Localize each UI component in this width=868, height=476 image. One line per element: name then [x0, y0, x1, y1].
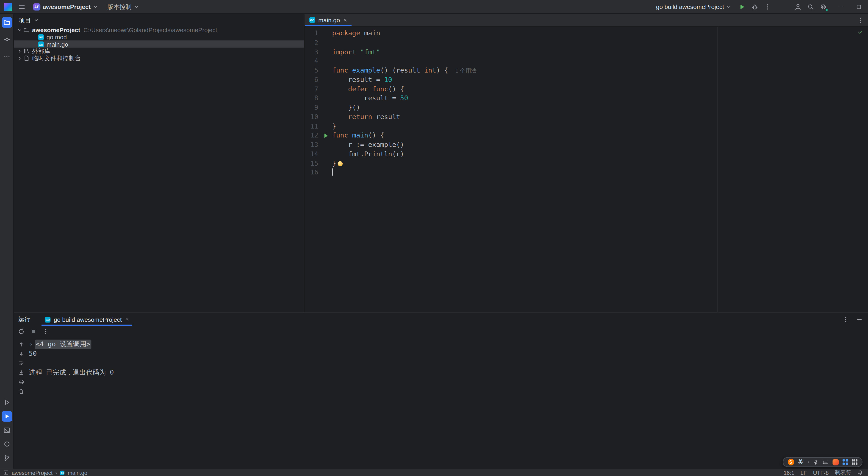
- breadcrumb-file[interactable]: main.go: [68, 470, 87, 476]
- code-line-14[interactable]: fmt.Println(r): [332, 149, 868, 158]
- intention-bulb-icon[interactable]: [338, 161, 343, 166]
- minimize-icon[interactable]: [837, 3, 845, 10]
- tree-item-临时文件和控制台[interactable]: 临时文件和控制台: [14, 55, 304, 62]
- gutter-line[interactable]: 1: [305, 29, 332, 38]
- gutter-line[interactable]: 10: [305, 112, 332, 121]
- mic-icon[interactable]: [813, 459, 819, 465]
- tree-item-awesomeProject[interactable]: awesomeProjectC:\Users\meowr\GolandProje…: [14, 27, 304, 34]
- code-line-15[interactable]: }: [332, 159, 868, 168]
- tree-item-外部库[interactable]: 外部库: [14, 48, 304, 55]
- code-line-4[interactable]: [332, 57, 868, 66]
- code-line-1[interactable]: package main: [332, 29, 868, 38]
- ime-language[interactable]: 英: [798, 458, 804, 466]
- gutter-line[interactable]: 16: [305, 168, 332, 177]
- services-icon[interactable]: [1, 397, 12, 408]
- rerun-icon[interactable]: [18, 328, 25, 335]
- gutter-line[interactable]: 3: [305, 47, 332, 56]
- more-tools-icon[interactable]: [1, 52, 12, 62]
- sogou-logo[interactable]: S: [787, 459, 794, 466]
- keyboard-icon[interactable]: [823, 459, 829, 465]
- tab-go-build[interactable]: GO go build awesomeProject: [40, 313, 133, 326]
- gutter-line[interactable]: 11: [305, 122, 332, 131]
- project-tool-icon[interactable]: [1, 17, 12, 28]
- code-line-16[interactable]: [332, 168, 868, 177]
- code-line-11[interactable]: }: [332, 122, 868, 131]
- tool-windows-icon[interactable]: [3, 470, 9, 475]
- more-icon[interactable]: [764, 3, 771, 10]
- print-icon[interactable]: [18, 379, 25, 385]
- run-config-selector[interactable]: go build awesomeProject: [654, 2, 733, 11]
- file-encoding[interactable]: UTF-8: [813, 470, 829, 476]
- apps-grid-icon[interactable]: [842, 459, 848, 465]
- softwrap-icon[interactable]: [18, 360, 25, 366]
- more-icon[interactable]: [842, 316, 849, 323]
- chevron-right-icon[interactable]: [17, 48, 23, 54]
- code-line-3[interactable]: import "fmt": [332, 47, 868, 56]
- tree-item-go.mod[interactable]: GOgo.mod: [14, 33, 304, 41]
- commit-tool-icon[interactable]: [1, 34, 12, 45]
- close-icon[interactable]: [343, 18, 348, 23]
- line-separator[interactable]: LF: [800, 470, 807, 476]
- breadcrumb-project[interactable]: awesomeProject: [12, 470, 53, 476]
- gutter-line[interactable]: 5: [305, 66, 332, 75]
- code-line-2[interactable]: [332, 38, 868, 47]
- close-icon[interactable]: [125, 317, 130, 322]
- usages-inlay-hint[interactable]: 1 个用法: [456, 67, 477, 74]
- gutter-line[interactable]: 15: [305, 159, 332, 168]
- folded-text[interactable]: <4 go 设置调用>: [35, 340, 92, 349]
- code-area[interactable]: package mainimport "fmt"func example() (…: [332, 27, 868, 313]
- code-line-9[interactable]: }(): [332, 103, 868, 112]
- chevron-down-icon[interactable]: [17, 27, 23, 33]
- scroll-end-icon[interactable]: [18, 369, 25, 376]
- gutter-line[interactable]: 9: [305, 103, 332, 112]
- problems-icon[interactable]: [1, 439, 12, 449]
- gutter-line[interactable]: 13: [305, 140, 332, 149]
- code-line-7[interactable]: defer func() {: [332, 85, 868, 94]
- menu-icon[interactable]: [18, 3, 26, 10]
- code-line-12[interactable]: func main() {: [332, 131, 868, 140]
- search-icon[interactable]: [807, 3, 814, 10]
- editor-body[interactable]: 12345678910111213141516 package mainimpo…: [305, 27, 868, 313]
- code-line-10[interactable]: return result: [332, 112, 868, 121]
- project-panel-header[interactable]: 项目: [14, 14, 304, 27]
- code-line-8[interactable]: result = 50: [332, 94, 868, 103]
- tree-item-main.go[interactable]: GOmain.go: [14, 41, 304, 48]
- vcs-branch-icon[interactable]: [1, 453, 12, 463]
- fold-expand-icon[interactable]: ›: [29, 340, 33, 349]
- gutter-line[interactable]: 14: [305, 149, 332, 158]
- run-line-icon[interactable]: [318, 133, 332, 138]
- run-icon[interactable]: [738, 3, 746, 10]
- debug-icon[interactable]: [751, 3, 758, 10]
- hide-panel-icon[interactable]: [856, 316, 863, 323]
- tab-main-go[interactable]: GO main.go: [305, 14, 352, 26]
- indent-style[interactable]: 制表符: [835, 469, 851, 476]
- settings-icon[interactable]: [820, 3, 827, 10]
- clear-icon[interactable]: [18, 388, 25, 394]
- ime-toolbar[interactable]: S 英: [782, 457, 863, 467]
- code-line-13[interactable]: r := example(): [332, 140, 868, 149]
- more-icon[interactable]: [42, 328, 49, 335]
- more-icon[interactable]: [857, 16, 864, 23]
- skin-icon[interactable]: [833, 459, 839, 465]
- toolbox-icon[interactable]: [852, 459, 858, 465]
- run-tool-icon[interactable]: [1, 411, 12, 422]
- caret-position[interactable]: 16:1: [784, 470, 795, 476]
- code-line-6[interactable]: result = 10: [332, 75, 868, 85]
- gutter-line[interactable]: 4: [305, 57, 332, 66]
- code-line-5[interactable]: func example() (result int) {1 个用法: [332, 66, 868, 75]
- stop-icon[interactable]: [30, 328, 37, 335]
- terminal-icon[interactable]: [1, 425, 12, 435]
- gutter-line[interactable]: 7: [305, 85, 332, 94]
- down-icon[interactable]: [18, 351, 25, 357]
- gutter-line[interactable]: 2: [305, 38, 332, 47]
- inspections-ok-icon[interactable]: [858, 29, 863, 35]
- user-icon[interactable]: [795, 3, 802, 10]
- maximize-icon[interactable]: [855, 3, 862, 10]
- gutter-line[interactable]: 8: [305, 94, 332, 103]
- chevron-right-icon[interactable]: [17, 55, 23, 61]
- project-widget[interactable]: AP awesomeProject: [32, 2, 99, 11]
- gutter-line[interactable]: 12: [305, 131, 332, 140]
- up-icon[interactable]: [18, 341, 25, 348]
- vcs-widget[interactable]: 版本控制: [106, 1, 141, 12]
- gutter-line[interactable]: 6: [305, 75, 332, 85]
